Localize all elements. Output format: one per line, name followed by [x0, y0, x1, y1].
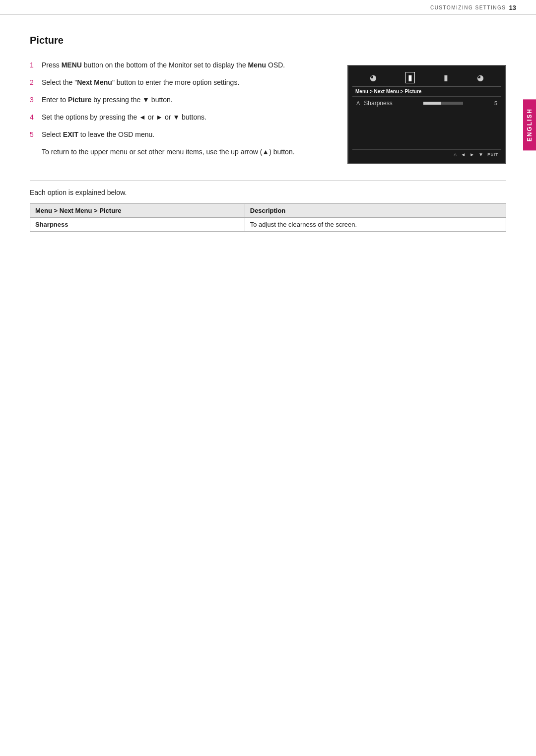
return-note: To return to the upper menu or set other…	[42, 147, 328, 157]
top-bar: CUSTOMIZING SETTINGS 13	[0, 0, 536, 15]
settings-icon: ◕	[477, 73, 484, 82]
osd-row-label: A Sharpness	[356, 100, 393, 107]
side-tab-label: ENGLISH	[526, 108, 533, 141]
picture-icon: ▮	[405, 72, 415, 83]
content-row: 1 Press MENU button on the bottom of the…	[30, 60, 506, 164]
osd-footer-up-icon: ⌂	[454, 152, 457, 157]
step-1: 1 Press MENU button on the bottom of the…	[30, 60, 328, 70]
page-number: 13	[509, 4, 516, 11]
brightness-icon: ◕	[370, 73, 377, 82]
step-2-text: Select the "Next Menu" button to enter t…	[42, 77, 239, 88]
step-2-num: 2	[30, 77, 37, 88]
step-4: 4 Set the options by pressing the ◄ or ►…	[30, 112, 328, 123]
step-1-num: 1	[30, 60, 37, 70]
osd-footer-right-icon: ►	[469, 152, 474, 157]
osd-empty-space	[352, 110, 501, 149]
col1-header: Menu > Next Menu > Picture	[30, 204, 245, 218]
step-3-num: 3	[30, 95, 37, 105]
osd-exit-button: EXIT	[487, 152, 498, 157]
step-1-text: Press MENU button on the bottom of the M…	[42, 60, 285, 70]
osd-panel: ◕ ▮ ▮ ◕ Menu > Next Menu > Picture A Sha…	[347, 65, 506, 164]
osd-row-name: Sharpness	[364, 100, 392, 107]
step-4-num: 4	[30, 112, 37, 123]
color-icon: ▮	[444, 73, 448, 82]
table-body: Sharpness To adjust the clearness of the…	[30, 218, 506, 232]
osd-footer: ⌂ ◄ ► ▼ EXIT	[352, 149, 501, 159]
table-header-row: Menu > Next Menu > Picture Description	[30, 204, 506, 218]
osd-progress-bar	[423, 102, 463, 105]
table-row: Sharpness To adjust the clearness of the…	[30, 218, 506, 232]
main-content: Picture 1 Press MENU button on the botto…	[0, 15, 536, 252]
osd-breadcrumb-text: Menu > Next Menu > Picture	[355, 89, 421, 94]
step-5-text: Select EXIT to leave the OSD menu.	[42, 129, 154, 140]
osd-bar-fill	[423, 102, 441, 105]
osd-icons-row: ◕ ▮ ▮ ◕	[352, 70, 501, 87]
osd-sharpness-value: 5	[494, 100, 497, 106]
language-side-tab: ENGLISH	[523, 99, 536, 150]
table-header: Menu > Next Menu > Picture Description	[30, 204, 506, 218]
osd-row-letter: A	[356, 100, 360, 106]
osd-screen: ◕ ▮ ▮ ◕ Menu > Next Menu > Picture A Sha…	[347, 65, 506, 164]
osd-breadcrumb: Menu > Next Menu > Picture	[352, 87, 501, 97]
instructions-column: 1 Press MENU button on the bottom of the…	[30, 60, 328, 157]
osd-sharpness-row: A Sharpness 5	[352, 97, 501, 110]
steps-list: 1 Press MENU button on the bottom of the…	[30, 60, 328, 140]
page-title: Picture	[30, 35, 506, 46]
section-label: CUSTOMIZING SETTINGS	[430, 5, 506, 10]
step-4-text: Set the options by pressing the ◄ or ► o…	[42, 112, 206, 123]
osd-footer-left-icon: ◄	[461, 152, 466, 157]
table-cell-option: Sharpness	[30, 218, 245, 232]
explain-text: Each option is explained below.	[30, 189, 506, 196]
col2-header: Description	[245, 204, 506, 218]
osd-footer-down-icon: ▼	[478, 152, 483, 157]
step-3: 3 Enter to Picture by pressing the ▼ but…	[30, 95, 328, 105]
step-5-num: 5	[30, 129, 37, 140]
section-divider	[30, 180, 506, 181]
options-table: Menu > Next Menu > Picture Description S…	[30, 203, 506, 232]
table-cell-description: To adjust the clearness of the screen.	[245, 218, 506, 232]
step-2: 2 Select the "Next Menu" button to enter…	[30, 77, 328, 88]
step-3-text: Enter to Picture by pressing the ▼ butto…	[42, 95, 173, 105]
step-5: 5 Select EXIT to leave the OSD menu.	[30, 129, 328, 140]
